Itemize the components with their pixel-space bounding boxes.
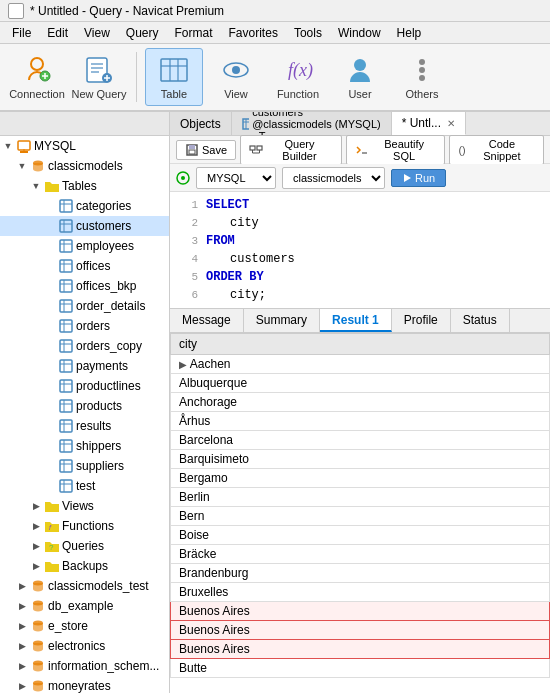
sidebar-item-payments[interactable]: payments bbox=[0, 356, 169, 376]
menubar-item-tools[interactable]: Tools bbox=[286, 24, 330, 42]
sidebar-item-views[interactable]: ▶ Views bbox=[0, 496, 169, 516]
tree-arrow-views: ▶ bbox=[28, 498, 44, 514]
result-tab-message[interactable]: Message bbox=[170, 309, 244, 332]
menubar-item-file[interactable]: File bbox=[4, 24, 39, 42]
sidebar-item-test[interactable]: test bbox=[0, 476, 169, 496]
beautify-sql-label: Beautify SQL bbox=[372, 138, 437, 162]
tab-close-icon[interactable]: ✕ bbox=[447, 118, 455, 129]
table-row[interactable]: Buenos Aires bbox=[171, 640, 550, 659]
svg-rect-62 bbox=[60, 440, 72, 452]
svg-rect-50 bbox=[60, 360, 72, 372]
toolbar-btn-connection[interactable]: Connection bbox=[8, 48, 66, 106]
sidebar-item-classicmodels[interactable]: ▼ classicmodels bbox=[0, 156, 169, 176]
sidebar-item-e_store[interactable]: ▶ e_store bbox=[0, 616, 169, 636]
table-row[interactable]: Barcelona bbox=[171, 431, 550, 450]
menubar-item-format[interactable]: Format bbox=[167, 24, 221, 42]
sidebar-item-classicmodels_test[interactable]: ▶ classicmodels_test bbox=[0, 576, 169, 596]
toolbar-btn-new-query[interactable]: New Query bbox=[70, 48, 128, 106]
beautify-sql-button[interactable]: Beautify SQL bbox=[346, 135, 445, 165]
result-tab-summary[interactable]: Summary bbox=[244, 309, 320, 332]
sidebar-item-functions[interactable]: ▶ f Functions bbox=[0, 516, 169, 536]
sidebar-item-customers[interactable]: customers bbox=[0, 216, 169, 236]
sidebar-item-productlines[interactable]: productlines bbox=[0, 376, 169, 396]
sidebar-item-db_example[interactable]: ▶ db_example bbox=[0, 596, 169, 616]
tab-untitled[interactable]: * Untl... ✕ bbox=[392, 112, 466, 135]
table-row[interactable]: Barquisimeto bbox=[171, 450, 550, 469]
toolbar-btn-table[interactable]: Table bbox=[145, 48, 203, 106]
table-row[interactable]: Bruxelles bbox=[171, 583, 550, 602]
code-line-3: 3FROM bbox=[174, 232, 546, 250]
table-row[interactable]: Bergamo bbox=[171, 469, 550, 488]
menubar-item-view[interactable]: View bbox=[76, 24, 118, 42]
tree-icon-electronics bbox=[30, 638, 46, 654]
toolbar-btn-function[interactable]: f(x)Function bbox=[269, 48, 327, 106]
sidebar-item-products[interactable]: products bbox=[0, 396, 169, 416]
result-tab-status[interactable]: Status bbox=[451, 309, 510, 332]
menubar-item-help[interactable]: Help bbox=[389, 24, 430, 42]
tree-arrow-orders_copy bbox=[42, 338, 58, 354]
sidebar-item-categories[interactable]: categories bbox=[0, 196, 169, 216]
sidebar-item-moneyrates[interactable]: ▶ moneyrates bbox=[0, 676, 169, 693]
table-row[interactable]: Brandenburg bbox=[171, 564, 550, 583]
table-row[interactable]: Berlin bbox=[171, 488, 550, 507]
table-row[interactable]: Buenos Aires bbox=[171, 602, 550, 621]
menubar-item-edit[interactable]: Edit bbox=[39, 24, 76, 42]
table-row[interactable]: Albuquerque bbox=[171, 374, 550, 393]
run-label: Run bbox=[415, 172, 435, 184]
server-select[interactable]: MYSQL bbox=[196, 167, 276, 189]
sidebar-item-employees[interactable]: employees bbox=[0, 236, 169, 256]
table-row[interactable]: Buenos Aires bbox=[171, 621, 550, 640]
sidebar-item-suppliers[interactable]: suppliers bbox=[0, 456, 169, 476]
database-select[interactable]: classicmodels bbox=[282, 167, 385, 189]
table-row[interactable]: Bern bbox=[171, 507, 550, 526]
table-row[interactable]: Anchorage bbox=[171, 393, 550, 412]
sidebar-item-queries[interactable]: ▶ ? Queries bbox=[0, 536, 169, 556]
sidebar-item-orders_copy[interactable]: orders_copy bbox=[0, 336, 169, 356]
tree-arrow-mysql: ▼ bbox=[0, 138, 16, 154]
sidebar-item-tables[interactable]: ▼ Tables bbox=[0, 176, 169, 196]
code-snippet-button[interactable]: () Code Snippet bbox=[449, 135, 544, 165]
tree-label-order_details: order_details bbox=[76, 299, 145, 313]
line-num-1: 1 bbox=[174, 196, 198, 214]
toolbar-btn-view[interactable]: View bbox=[207, 48, 265, 106]
run-button[interactable]: Run bbox=[391, 169, 446, 187]
sidebar-item-information_schema[interactable]: ▶ information_schem... bbox=[0, 656, 169, 676]
result-tab-profile[interactable]: Profile bbox=[392, 309, 451, 332]
sidebar-item-mysql[interactable]: ▼ MYSQL bbox=[0, 136, 169, 156]
svg-rect-47 bbox=[60, 340, 72, 352]
result-tab-result-1[interactable]: Result 1 bbox=[320, 309, 392, 332]
toolbar-btn-user[interactable]: User bbox=[331, 48, 389, 106]
sidebar-item-order_details[interactable]: order_details bbox=[0, 296, 169, 316]
code-editor[interactable]: 1SELECT2city3FROM4customers5ORDER BY6cit… bbox=[170, 192, 550, 309]
svg-rect-41 bbox=[60, 300, 72, 312]
tab-objects[interactable]: Objects bbox=[170, 112, 232, 135]
tree-arrow-employees bbox=[42, 238, 58, 254]
table-row[interactable]: Butte bbox=[171, 659, 550, 678]
sidebar-item-backups[interactable]: ▶ Backups bbox=[0, 556, 169, 576]
menubar-item-query[interactable]: Query bbox=[118, 24, 167, 42]
city-cell: Bergamo bbox=[171, 469, 550, 488]
result-grid[interactable]: city ▶ AachenAlbuquerqueAnchorageÅrhusBa… bbox=[170, 333, 550, 693]
sidebar-item-results[interactable]: results bbox=[0, 416, 169, 436]
table-row[interactable]: ▶ Aachen bbox=[171, 355, 550, 374]
menubar-item-favorites[interactable]: Favorites bbox=[221, 24, 286, 42]
query-builder-button[interactable]: Query Builder bbox=[240, 135, 342, 165]
beautify-icon bbox=[355, 143, 369, 157]
menubar-item-window[interactable]: Window bbox=[330, 24, 389, 42]
save-button[interactable]: Save bbox=[176, 140, 236, 160]
sidebar-item-orders[interactable]: orders bbox=[0, 316, 169, 336]
tab-customers-query[interactable]: customers @classicmodels (MYSQL) - T... bbox=[232, 112, 392, 135]
sidebar-item-offices_bkp[interactable]: offices_bkp bbox=[0, 276, 169, 296]
city-cell: Buenos Aires bbox=[171, 602, 550, 621]
svg-text:f(x): f(x) bbox=[288, 60, 313, 81]
save-label: Save bbox=[202, 144, 227, 156]
tree-icon-information_schema bbox=[30, 658, 46, 674]
table-row[interactable]: Bräcke bbox=[171, 545, 550, 564]
table-row[interactable]: Århus bbox=[171, 412, 550, 431]
sidebar-item-electronics[interactable]: ▶ electronics bbox=[0, 636, 169, 656]
toolbar-btn-others[interactable]: Others bbox=[393, 48, 451, 106]
table-row[interactable]: Boise bbox=[171, 526, 550, 545]
sidebar-item-shippers[interactable]: shippers bbox=[0, 436, 169, 456]
tree-label-offices_bkp: offices_bkp bbox=[76, 279, 137, 293]
sidebar-item-offices[interactable]: offices bbox=[0, 256, 169, 276]
